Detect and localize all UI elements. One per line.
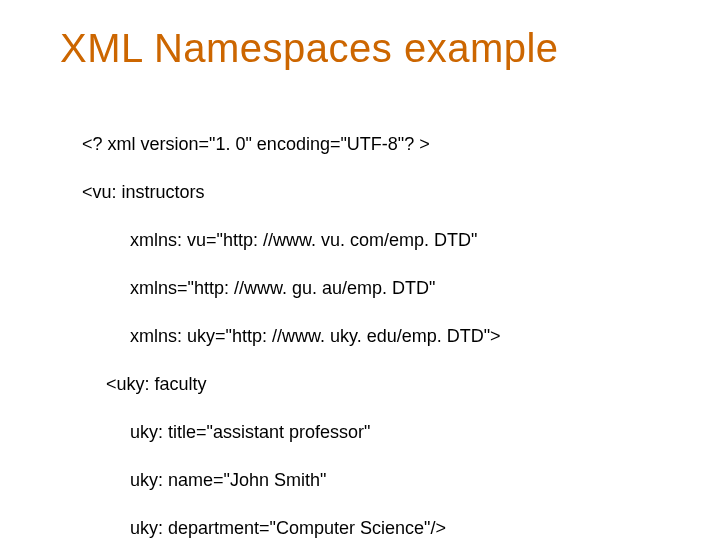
code-block: <? xml version="1. 0" encoding="UTF-8"? … — [82, 108, 501, 540]
code-line: uky: title="assistant professor" — [130, 420, 501, 444]
code-line: uky: name="John Smith" — [130, 468, 501, 492]
code-line: <vu: instructors — [82, 180, 501, 204]
code-line: xmlns: vu="http: //www. vu. com/emp. DTD… — [130, 228, 501, 252]
slide: XML Namespaces example <? xml version="1… — [0, 0, 720, 540]
code-line: <uky: faculty — [106, 372, 501, 396]
code-line: xmlns: uky="http: //www. uky. edu/emp. D… — [130, 324, 501, 348]
slide-title: XML Namespaces example — [60, 26, 680, 71]
code-line: <? xml version="1. 0" encoding="UTF-8"? … — [82, 132, 501, 156]
code-line: xmlns="http: //www. gu. au/emp. DTD" — [130, 276, 501, 300]
code-line: uky: department="Computer Science"/> — [130, 516, 501, 540]
